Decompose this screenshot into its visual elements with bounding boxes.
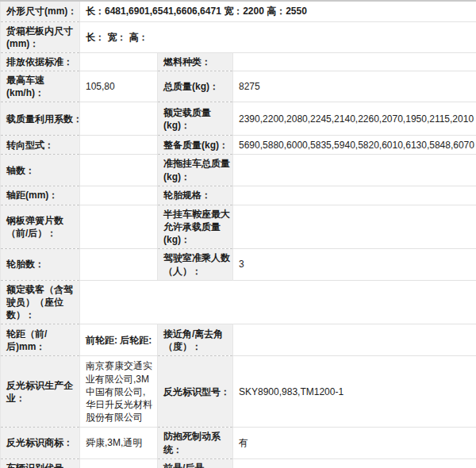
spec-value-abs: 有	[233, 428, 476, 458]
spec-label-tire-spec: 轮胎规格：	[158, 186, 233, 205]
spec-value-tire-count	[80, 249, 158, 280]
spec-label-load-utilization-coefficient: 载质量利用系数：	[1, 102, 80, 136]
spec-value-tire-spec	[233, 186, 476, 205]
spec-label-track-width: 轮距（前/后)mm：	[1, 324, 80, 356]
spec-label-total-mass: 总质量(kg)：	[158, 71, 233, 102]
spec-label-fuel-type: 燃料种类：	[158, 52, 233, 71]
spec-value-fifth-wheel-max-load	[233, 205, 476, 249]
table-row: 外形尺寸(mm)： 长：6481,6901,6541,6606,6471 宽：2…	[1, 1, 476, 21]
spec-value-approach-departure-angle	[233, 324, 476, 356]
table-row: 钢板弹簧片数（前/后）： 半挂车鞍座最大允许承载质量(kg)：	[1, 205, 476, 249]
table-row: 轮距（前/后)mm： 前轮距: 后轮距: 接近角/离去角（度）：	[1, 324, 476, 356]
table-row: 轴数： 准拖挂车总质量(kg)：	[1, 155, 476, 186]
vehicle-spec-table-container: 外形尺寸(mm)： 长：6481,6901,6541,6606,6471 宽：2…	[0, 0, 476, 468]
spec-value-leaf-spring-count	[80, 205, 158, 249]
spec-label-steering-type: 转向型式：	[1, 136, 80, 155]
spec-value-total-mass: 8275	[233, 71, 476, 102]
spec-value-vin	[80, 458, 158, 468]
spec-value-exterior-dimensions: 长：6481,6901,6541,6606,6471 宽：2200 高：2550	[80, 1, 476, 21]
spec-value-track-width: 前轮距: 后轮距:	[80, 324, 158, 356]
table-row: 转向型式： 整备质量(kg)： 5690,5880,6000,5835,5940…	[1, 136, 476, 155]
spec-label-cargo-box-inner-dimensions: 货箱栏板内尺寸(mm)：	[1, 21, 80, 52]
spec-value-axle-count	[80, 155, 158, 186]
spec-label-emission-standard: 排放依据标准：	[1, 52, 80, 71]
spec-label-abs: 防抱死制动系统：	[158, 428, 233, 458]
spec-label-axle-count: 轴数：	[1, 155, 80, 186]
spec-label-cab-passenger-capacity: 驾驶室准乘人数（人）：	[158, 249, 233, 280]
table-row: 排放依据标准： 燃料种类：	[1, 52, 476, 71]
spec-value-trailer-total-mass	[233, 155, 476, 186]
spec-value-emission-standard	[80, 52, 158, 71]
spec-value-cab-passenger-capacity: 3	[233, 249, 476, 280]
spec-label-fifth-wheel-max-load: 半挂车鞍座最大允许承载质量(kg)：	[158, 205, 233, 249]
spec-value-rated-passengers	[80, 280, 476, 324]
spec-value-reflective-marking-manufacturer: 南京赛康交通实业有限公司,3M中国有限公司,华日升反光材料股份有限公司	[80, 356, 158, 428]
table-row: 载质量利用系数： 额定载质量(kg)： 2390,2200,2080,2245,…	[1, 102, 476, 136]
spec-label-reflective-marking-manufacturer: 反光标识生产企业：	[1, 356, 80, 428]
spec-value-wheelbase	[80, 186, 158, 205]
table-row: 最高车速(km/h)： 105,80 总质量(kg)： 8275	[1, 71, 476, 102]
spec-value-load-utilization-coefficient	[80, 102, 158, 136]
spec-value-fuel-type	[233, 52, 476, 71]
spec-label-leaf-spring-count: 钢板弹簧片数（前/后）：	[1, 205, 80, 249]
table-row: 额定载客（含驾驶员）（座位数）：	[1, 280, 476, 324]
spec-label-trailer-total-mass: 准拖挂车总质量(kg)：	[158, 155, 233, 186]
spec-value-max-speed: 105,80	[80, 71, 158, 102]
table-row: 车辆识别代号（VIN）： 前悬/后悬(mm)： 1118/2055,1118/2…	[1, 458, 476, 468]
table-row: 反光标识生产企业： 南京赛康交通实业有限公司,3M中国有限公司,华日升反光材料股…	[1, 356, 476, 428]
spec-label-vin: 车辆识别代号（VIN）：	[1, 458, 80, 468]
spec-label-max-speed: 最高车速(km/h)：	[1, 71, 80, 102]
spec-label-exterior-dimensions: 外形尺寸(mm)：	[1, 1, 80, 21]
table-row: 反光标识商标： 舜康,3M,通明 防抱死制动系统： 有	[1, 428, 476, 458]
spec-label-curb-weight: 整备质量(kg)：	[158, 136, 233, 155]
spec-value-reflective-marking-model: SKY8900,983,TM1200-1	[233, 356, 476, 428]
spec-label-approach-departure-angle: 接近角/离去角（度）：	[158, 324, 233, 356]
spec-value-curb-weight: 5690,5880,6000,5835,5940,5820,6010,6130,…	[233, 136, 476, 155]
spec-label-reflective-marking-brand: 反光标识商标：	[1, 428, 80, 458]
spec-value-cargo-box-inner-dimensions: 长： 宽： 高：	[80, 21, 476, 52]
spec-value-rated-load-mass: 2390,2200,2080,2245,2140,2260,2070,1950,…	[233, 102, 476, 136]
spec-value-front-rear-overhang: 1118/2055,1118/2060,1118/2080,1118/1985,…	[233, 458, 476, 468]
spec-value-steering-type	[80, 136, 158, 155]
table-row: 货箱栏板内尺寸(mm)： 长： 宽： 高：	[1, 21, 476, 52]
spec-label-tire-count: 轮胎数：	[1, 249, 80, 280]
spec-label-rated-load-mass: 额定载质量(kg)：	[158, 102, 233, 136]
spec-label-wheelbase: 轴距(mm)：	[1, 186, 80, 205]
table-row: 轴距(mm)： 轮胎规格：	[1, 186, 476, 205]
vehicle-spec-table: 外形尺寸(mm)： 长：6481,6901,6541,6606,6471 宽：2…	[0, 0, 476, 468]
spec-value-reflective-marking-brand: 舜康,3M,通明	[80, 428, 158, 458]
spec-label-rated-passengers: 额定载客（含驾驶员）（座位数）：	[1, 280, 80, 324]
table-row: 轮胎数： 驾驶室准乘人数（人）： 3	[1, 249, 476, 280]
spec-label-front-rear-overhang: 前悬/后悬(mm)：	[158, 458, 233, 468]
spec-label-reflective-marking-model: 反光标识型号：	[158, 356, 233, 428]
